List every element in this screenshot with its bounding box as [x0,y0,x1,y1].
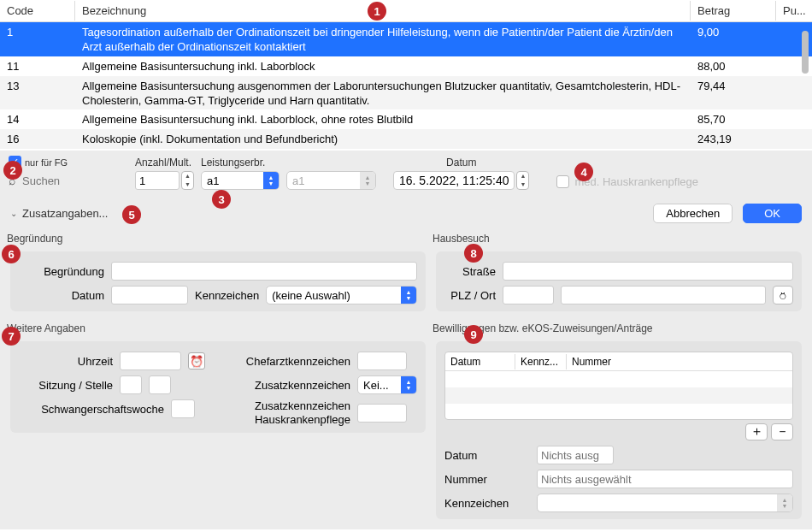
bew-nummer-input[interactable] [537,470,793,488]
annotation-9: 9 [464,325,483,344]
strasse-label: Straße [444,265,496,278]
med-hkp-checkbox[interactable]: ✓ [556,175,569,188]
scrollbar-thumb[interactable] [802,31,809,74]
select-value: a1 [292,174,304,187]
zusatzangaben-toggle[interactable]: ⌄ Zusatzangaben... [10,207,108,220]
chevron-up-icon: ▲ [517,172,528,180]
cell-betrag: 88,00 [691,58,776,74]
anzahl-input[interactable] [135,171,179,190]
updown-icon: ▲▼ [360,172,375,189]
col-header-code[interactable]: Code [0,1,75,21]
annotation-2: 2 [3,161,22,180]
begruendung-input[interactable] [111,262,417,281]
zusatzkennz-label: Zusatzkennzeichen [222,379,350,392]
table-row[interactable]: 14 Allgemeine Basisuntersuchung inkl. La… [0,109,812,129]
bewilligungen-section: Datum Kennz... Nummer ＋ － [436,341,802,519]
approvals-table[interactable]: Datum Kennz... Nummer [444,352,793,420]
approvals-col-kennz[interactable]: Kennz... [515,354,567,369]
strasse-input[interactable] [503,262,793,281]
datum-stepper[interactable]: ▲ ▼ [516,171,529,190]
hausbesuch-section-title: Hausbesuch [431,233,491,245]
approvals-col-datum[interactable]: Datum [445,354,515,369]
sitzung-input[interactable] [120,375,142,394]
annotation-3: 3 [212,190,231,209]
add-approval-button[interactable]: ＋ [745,423,768,440]
chevron-up-icon: ▲ [182,172,193,180]
chevron-down-icon: ▼ [517,180,528,189]
anzahl-stepper[interactable]: ▲ ▼ [181,171,194,190]
services-table-body[interactable]: 1 Tagesordination außerhalb der Ordinati… [0,22,812,151]
select-value: (keine Auswahl) [272,289,350,302]
uhrzeit-input[interactable] [120,352,181,370]
cell-betrag: 85,70 [691,111,776,127]
chevron-down-icon: ▼ [182,180,193,189]
begruendung-datum-input[interactable] [111,286,188,304]
zusatzkennz-select[interactable]: Kei... ▲▼ [357,375,417,394]
updown-icon: ▲▼ [401,376,416,393]
clock-button[interactable]: ⏰ [188,352,205,369]
datum-value: 16. 5.2022, 11:25:40 [399,174,509,187]
cell-betrag: 9,00 [691,24,776,40]
weitere-section: Uhrzeit ⏰ Sitzung / Stelle Sc [10,341,426,433]
leistungserbr-select-1[interactable]: a1 ▲▼ [201,171,279,190]
clock-icon: ⏰ [190,355,203,368]
nur-fg-checkbox[interactable]: ✓ nur für FG [9,156,116,168]
begruendung-section-title: Begründung [5,233,64,245]
cell-code: 14 [0,111,75,127]
cell-betrag: 79,44 [691,78,776,94]
cell-bez: Koloskopie (inkl. Dokumentation und Befu… [75,131,691,149]
datum-input[interactable]: 16. 5.2022, 11:25:40 [393,171,515,190]
select-value: Kei... [363,379,389,392]
address-lookup-button[interactable]: ⍥ [773,286,793,304]
annotation-7: 7 [2,327,21,346]
annotation-4: 4 [574,163,593,181]
bew-nummer-label: Nummer [444,473,530,486]
datum-label: Datum [393,157,529,168]
zusatz-hkp-input[interactable] [357,404,407,423]
approvals-body[interactable] [445,371,792,419]
annotation-1: 1 [368,2,386,21]
cell-bez: Allgemeine Basisuntersuchung inkl. Labor… [75,58,691,76]
plz-input[interactable] [503,286,554,304]
sitzung-label: Sitzung / Stelle [19,379,113,392]
zusatz-hkp-label-1: Zusatzkennzeichen [255,399,350,412]
ok-button[interactable]: OK [743,204,802,223]
stelle-input[interactable] [149,375,171,394]
chefarzt-input[interactable] [357,352,407,370]
table-row[interactable]: 16 Koloskopie (inkl. Dokumentation und B… [0,129,812,149]
kennzeichen-label: Kennzeichen [195,289,259,302]
services-table-header: Code Bezeichnung Betrag Pu... [0,0,812,22]
kennzeichen-select[interactable]: (keine Auswahl) ▲▼ [266,286,417,304]
anzahl-label: Anzahl/Mult. [135,157,194,168]
bew-kennzeichen-select[interactable]: ▲▼ [537,494,793,512]
cell-bez: Allgemeine Basisuntersuchung inkl. Labor… [75,111,691,129]
search-input[interactable] [19,171,116,190]
bew-datum-input[interactable] [537,446,614,464]
begruendung-label: Begründung [19,265,104,278]
table-row[interactable]: 11 Allgemeine Basisuntersuchung inkl. La… [0,56,812,76]
col-header-punkte[interactable]: Pu... [776,1,812,21]
remove-approval-button[interactable]: － [771,423,793,440]
chefarzt-label: Chefarztkennzeichen [222,355,350,368]
ssw-input[interactable] [171,399,195,418]
cell-betrag: 243,19 [691,131,776,147]
cancel-button[interactable]: Abbrechen [653,204,733,223]
table-row[interactable]: 13 Allgemeine Basisuntersuchung ausgenom… [0,76,812,110]
table-scrollbar[interactable] [802,31,810,151]
chevron-down-icon: ⌄ [10,209,17,218]
begruendung-section: Begründung Datum Kennzeichen (keine Ausw… [10,251,426,311]
person-icon: ⍥ [780,289,786,302]
zusatz-hkp-label-2: Hauskrankenpflege [255,413,350,426]
cell-code: 16 [0,131,75,147]
updown-icon: ▲▼ [263,172,279,189]
table-row[interactable]: 1 Tagesordination außerhalb der Ordinati… [0,22,812,56]
updown-icon: ▲▼ [777,494,792,511]
select-value: a1 [207,174,219,187]
approvals-header: Datum Kennz... Nummer [445,352,792,371]
med-hkp-label: med. Hauskrankenpflege [574,175,698,188]
approvals-col-nummer[interactable]: Nummer [567,354,792,369]
col-header-betrag[interactable]: Betrag [691,1,776,21]
hausbesuch-section: Straße PLZ / Ort ⍥ [436,251,802,311]
ort-input[interactable] [561,286,766,304]
nur-fg-label: nur für FG [25,157,68,168]
